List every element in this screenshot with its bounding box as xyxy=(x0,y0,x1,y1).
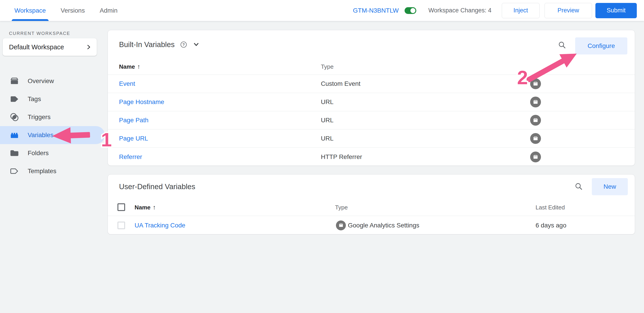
sidebar: CURRENT WORKSPACE Default Workspace Over… xyxy=(0,21,108,313)
tag-icon xyxy=(10,94,19,104)
sidebar-nav: Overview Tags Triggers Variables Folders xyxy=(0,72,108,180)
userdefined-variables-card: User-Defined Variables New Name ↑ Type L… xyxy=(108,174,635,234)
preview-button[interactable]: Preview xyxy=(544,3,592,18)
workspace-changes-count: Workspace Changes: 4 xyxy=(428,7,492,14)
variable-type: Google Analytics Settings xyxy=(348,222,420,229)
sidebar-item-triggers[interactable]: Triggers xyxy=(0,108,105,126)
sidebar-item-tags[interactable]: Tags xyxy=(0,90,105,108)
container-id-link[interactable]: GTM-N3BNTLW xyxy=(353,7,399,14)
chevron-down-icon[interactable] xyxy=(192,41,200,48)
variable-type-icon xyxy=(530,152,541,162)
variable-link[interactable]: Event xyxy=(119,80,135,87)
column-header-type: Type xyxy=(335,204,348,211)
sidebar-item-folders[interactable]: Folders xyxy=(0,144,105,162)
variable-type-icon xyxy=(530,133,541,144)
variable-link[interactable]: Page Hostname xyxy=(119,98,164,106)
variable-type: URL xyxy=(321,135,334,142)
builtin-title: Built-In Variables xyxy=(119,40,174,49)
chevron-right-icon xyxy=(86,44,92,50)
userdefined-title: User-Defined Variables xyxy=(119,182,195,191)
select-all-checkbox[interactable] xyxy=(118,203,125,211)
sidebar-item-label: Templates xyxy=(28,168,56,175)
search-icon[interactable] xyxy=(557,40,567,50)
name-column-label: Name xyxy=(119,63,135,70)
sidebar-item-label: Variables xyxy=(28,132,54,139)
variable-type-icon xyxy=(336,220,346,230)
table-row: UA Tracking Code Google Analytics Settin… xyxy=(108,216,635,234)
name-column-label: Name xyxy=(134,204,150,211)
row-checkbox[interactable] xyxy=(118,222,125,229)
new-variable-button[interactable]: New xyxy=(592,178,628,195)
overview-icon xyxy=(10,76,19,86)
tab-admin-label: Admin xyxy=(100,7,118,14)
variable-type-icon xyxy=(530,115,541,126)
top-bar: Workspace Versions Admin GTM-N3BNTLW Wor… xyxy=(0,0,644,21)
topbar-actions: GTM-N3BNTLW Workspace Changes: 4 Inject … xyxy=(353,0,637,21)
tab-workspace-label: Workspace xyxy=(14,7,46,14)
column-header-name[interactable]: Name ↑ xyxy=(119,63,140,70)
gtm-variables-page: { "topbar": { "tabs": [ {"label": "Works… xyxy=(0,0,644,313)
builtin-card-header: Built-In Variables ? xyxy=(119,30,200,59)
column-header-type: Type xyxy=(321,63,334,70)
last-edited-value: 6 days ago xyxy=(536,222,566,229)
table-row: Page Hostname URL xyxy=(108,93,635,111)
sort-ascending-icon: ↑ xyxy=(153,204,156,211)
variable-type: HTTP Referrer xyxy=(321,153,362,161)
variable-link[interactable]: UA Tracking Code xyxy=(134,222,186,229)
variable-link[interactable]: Referrer xyxy=(119,153,142,161)
sidebar-item-label: Overview xyxy=(28,78,54,85)
variable-type-icon xyxy=(530,78,541,89)
sidebar-item-label: Triggers xyxy=(28,114,51,121)
tab-versions-label: Versions xyxy=(61,7,85,14)
main-tabs: Workspace Versions Admin xyxy=(14,0,118,21)
brick-icon xyxy=(10,130,19,140)
table-row: Page URL URL xyxy=(108,129,635,148)
sidebar-item-templates[interactable]: Templates xyxy=(0,162,105,180)
column-header-last-edited: Last Edited xyxy=(536,204,565,211)
workspace-name: Default Workspace xyxy=(9,44,64,51)
triggers-icon xyxy=(10,112,19,122)
current-workspace-label: CURRENT WORKSPACE xyxy=(9,31,70,36)
configure-button[interactable]: Configure xyxy=(575,37,627,55)
submit-button[interactable]: Submit xyxy=(596,3,637,18)
sort-ascending-icon: ↑ xyxy=(137,63,140,70)
variable-link[interactable]: Page URL xyxy=(119,135,148,142)
sidebar-item-label: Folders xyxy=(28,150,48,157)
variable-link[interactable]: Page Path xyxy=(119,117,148,124)
userdefined-card-header: User-Defined Variables xyxy=(119,175,195,199)
builtin-variables-card: Built-In Variables ? Configure Name ↑ Ty… xyxy=(108,30,635,166)
inject-button[interactable]: Inject xyxy=(502,3,540,18)
table-row: Referrer HTTP Referrer xyxy=(108,148,635,166)
sidebar-item-variables[interactable]: Variables xyxy=(0,126,105,144)
tab-admin[interactable]: Admin xyxy=(99,0,118,21)
variable-type-icon xyxy=(530,97,541,107)
workspace-selector[interactable]: Default Workspace xyxy=(3,38,97,56)
folder-icon xyxy=(10,148,19,158)
help-glyph: ? xyxy=(182,43,185,47)
container-toggle[interactable] xyxy=(404,7,416,14)
template-icon xyxy=(10,166,19,176)
sidebar-item-label: Tags xyxy=(28,96,41,103)
sidebar-item-overview[interactable]: Overview xyxy=(0,72,105,90)
help-icon[interactable]: ? xyxy=(180,41,187,48)
active-tab-underline xyxy=(12,19,48,21)
tab-workspace[interactable]: Workspace xyxy=(14,0,46,21)
search-icon[interactable] xyxy=(574,182,584,192)
table-row: Page Path URL xyxy=(108,111,635,129)
tab-versions[interactable]: Versions xyxy=(60,0,85,21)
column-header-name[interactable]: Name ↑ xyxy=(134,204,156,211)
toggle-knob xyxy=(410,8,416,13)
table-row: Event Custom Event xyxy=(108,75,635,93)
variable-type: URL xyxy=(321,98,334,106)
variable-type: URL xyxy=(321,117,334,124)
variable-type: Custom Event xyxy=(321,80,360,87)
